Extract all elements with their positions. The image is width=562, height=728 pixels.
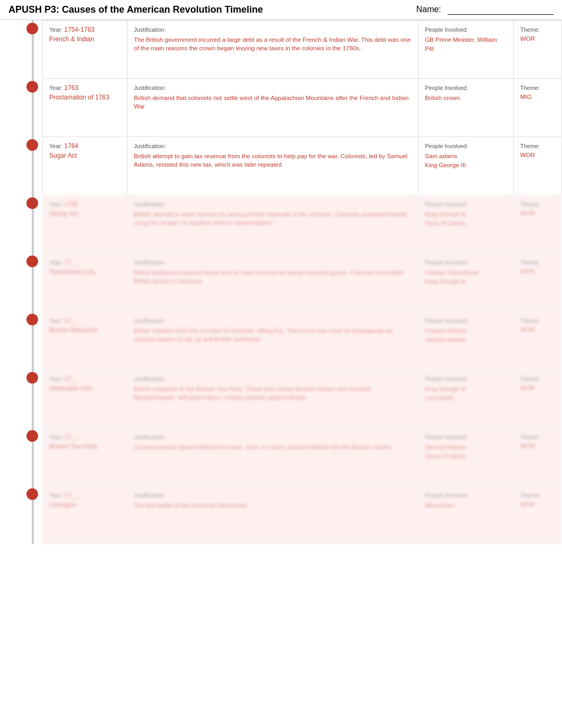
table-row: Year: 1763Proclamation of 1763Justificat… xyxy=(42,78,562,136)
people-cell: People Involved:Crispus AttucksSamuel Ad… xyxy=(419,312,514,369)
year-event-cell: Year: 17__Lexington xyxy=(43,486,128,543)
justification-cell: Justification:British parliament passed … xyxy=(128,253,419,311)
people-cell: People Involved:King George IIILord Nort… xyxy=(419,370,514,427)
theme-cell: Theme:WOR xyxy=(514,370,561,427)
timeline-dot xyxy=(26,197,38,209)
people-cell: People Involved:Samuel AdamsSons of Libe… xyxy=(419,428,514,486)
people-cell: People Involved:King George IIISons of L… xyxy=(419,195,514,253)
table-row: Year: 17__LexingtonJustification:The fir… xyxy=(42,486,562,544)
theme-cell: Theme:WOR xyxy=(514,195,561,253)
justification-cell: Justification:Colonial protest against B… xyxy=(128,428,419,486)
timeline-dot xyxy=(26,256,38,267)
table-row: Year: 17__Intolerable ActsJustification:… xyxy=(42,369,562,427)
timeline-dot xyxy=(26,430,38,442)
year-event-cell: Year: 17__Intolerable Acts xyxy=(43,370,128,427)
justification-cell: Justification:British attempt to raise r… xyxy=(128,195,419,253)
people-cell: People Involved:Sam adamsKing George III xyxy=(419,137,514,195)
justification-cell: Justification:British response to the Bo… xyxy=(128,370,419,427)
theme-cell: Theme:WOR xyxy=(514,428,561,486)
theme-cell: Theme:WOR xyxy=(514,137,561,195)
timeline-container: Year: 1754-1763French & IndianJustificat… xyxy=(0,20,562,544)
justification-cell: Justification:British attempt to gain ta… xyxy=(128,137,419,195)
justification-cell: Justification:British soldiers fired int… xyxy=(128,312,419,369)
year-event-cell: Year: 1754-1763French & Indian xyxy=(43,21,128,78)
people-cell: People Involved:Charles TownshendKing Ge… xyxy=(419,253,514,311)
entries-list: Year: 1754-1763French & IndianJustificat… xyxy=(32,20,562,544)
year-event-cell: Year: 1765Stamp Act xyxy=(43,195,128,253)
table-row: Year: 1754-1763French & IndianJustificat… xyxy=(42,20,562,78)
year-event-cell: Year: 1764Sugar Act xyxy=(43,137,128,195)
justification-cell: Justification:The first battle of the Am… xyxy=(128,486,419,543)
year-event-cell: Year: 1763Proclamation of 1763 xyxy=(43,79,128,136)
name-label: Name: xyxy=(416,5,554,15)
theme-cell: Theme:WOR xyxy=(514,486,561,543)
page-header: APUSH P3: Causes of the American Revolut… xyxy=(0,0,562,20)
people-cell: People Involved:GB Prime Minister, Willi… xyxy=(419,21,514,78)
theme-cell: Theme:WOR xyxy=(514,253,561,311)
year-event-cell: Year: 17__Boston Massacre xyxy=(43,312,128,369)
table-row: Year: 1764Sugar ActJustification:British… xyxy=(42,136,562,195)
timeline-dot xyxy=(26,81,38,93)
year-event-cell: Year: 17__Boston Tea Party xyxy=(43,428,128,486)
name-input-underline[interactable] xyxy=(448,5,554,15)
theme-cell: Theme:WOR xyxy=(514,312,561,369)
people-cell: People Involved:British crown xyxy=(419,79,514,136)
table-row: Year: 1765Stamp ActJustification:British… xyxy=(42,195,562,253)
table-row: Year: 17__Townshend ActsJustification:Br… xyxy=(42,253,562,311)
people-cell: People Involved:Minutemen xyxy=(419,486,514,543)
year-event-cell: Year: 17__Townshend Acts xyxy=(43,253,128,311)
theme-cell: Theme:WOR xyxy=(514,21,561,78)
justification-cell: Justification:British demand that coloni… xyxy=(128,79,419,136)
timeline-dot xyxy=(26,314,38,325)
timeline-dot xyxy=(26,139,38,151)
justification-cell: Justification:The British government inc… xyxy=(128,21,419,78)
timeline-dot xyxy=(26,488,38,500)
theme-cell: Theme:MIG xyxy=(514,79,561,136)
timeline-dot xyxy=(26,372,38,384)
table-row: Year: 17__Boston Tea PartyJustification:… xyxy=(42,427,562,486)
timeline-dot xyxy=(26,23,38,34)
table-row: Year: 17__Boston MassacreJustification:B… xyxy=(42,311,562,369)
timeline-line xyxy=(32,20,34,544)
page-title: APUSH P3: Causes of the American Revolut… xyxy=(8,4,263,15)
